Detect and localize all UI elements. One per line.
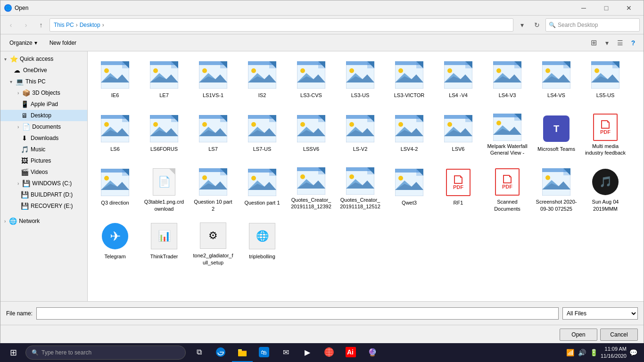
file-item[interactable]: Question part 1 — [239, 163, 286, 214]
file-name-input[interactable] — [36, 307, 559, 320]
file-item[interactable]: Question 10 part 2 — [190, 163, 237, 214]
file-item[interactable]: Q3 direction — [91, 163, 139, 214]
file-item[interactable]: Screenshot 2020-09-30 072525 — [533, 163, 580, 214]
tray-icon-network[interactable]: 📶 — [565, 348, 575, 357]
open-button[interactable]: Open — [560, 329, 597, 341]
sidebar-item-pictures[interactable]: 🖼 Pictures — [0, 155, 87, 166]
view-details-button[interactable]: ☰ — [613, 36, 627, 49]
search-box[interactable]: 🔍 Search Desktop — [545, 18, 640, 32]
view-large-icons-button[interactable]: ⊞ — [587, 36, 600, 49]
sidebar-item-buildpart-d[interactable]: 💾 BUILDPART (D:) — [0, 189, 87, 200]
path-segment-desktop[interactable]: Desktop — [80, 22, 100, 28]
cancel-button[interactable]: Cancel — [600, 329, 638, 341]
tray-icon-volume[interactable]: 🔊 — [577, 348, 587, 357]
system-clock[interactable]: 11:09 AM 11/16/2020 — [601, 346, 627, 360]
up-button[interactable]: ↑ — [34, 18, 48, 32]
file-item[interactable]: 🎵 Sun Aug 04 2019MMM — [582, 163, 629, 214]
sidebar-item-onedrive[interactable]: ☁ OneDrive — [0, 65, 87, 76]
taskbar-store[interactable]: 🛍 — [254, 343, 274, 362]
sidebar-item-documents[interactable]: › 📄 Documents — [0, 121, 87, 132]
forward-button[interactable]: › — [19, 18, 33, 32]
file-item[interactable]: LS3-US — [337, 55, 384, 107]
start-button[interactable]: ⊞ — [2, 343, 25, 362]
file-item[interactable]: Qwet3 — [386, 163, 433, 214]
sidebar-item-apple-ipad[interactable]: 📱 Apple iPad — [0, 99, 87, 110]
taskbar-mail[interactable]: ✉ — [275, 343, 296, 362]
path-segment-this-pc[interactable]: This PC — [54, 22, 74, 28]
maximize-button[interactable]: □ — [595, 0, 617, 16]
file-item[interactable]: LS4-VS — [533, 55, 580, 107]
file-item[interactable]: LS6FORUS — [140, 109, 188, 161]
dropdown-button[interactable]: ▾ — [515, 18, 528, 32]
file-item[interactable]: Melpark Waterfall General View - William… — [484, 109, 531, 161]
file-icon — [100, 167, 130, 197]
notification-icon[interactable]: 💬 — [628, 348, 638, 357]
file-item[interactable]: LS7 — [190, 109, 237, 161]
sidebar-item-quick-access[interactable]: ▾ ⭐ Quick access — [0, 53, 87, 65]
taskbar-apps: ⧉ 🛍 ✉ ▶ Ai 🔮 — [189, 343, 561, 362]
sidebar-item-recovery-e[interactable]: 💾 RECOVERY (E:) — [0, 200, 87, 212]
this-pc-icon: 💻 — [15, 78, 24, 85]
file-icon — [198, 60, 228, 90]
help-button[interactable]: ? — [627, 36, 640, 49]
close-button[interactable]: ✕ — [618, 0, 640, 16]
file-item[interactable]: Quotes_Creator_ 20191118_125126 — [337, 163, 384, 214]
file-item[interactable]: ⚙ tone2_gladiator_full_setup — [190, 216, 237, 268]
file-item[interactable]: LSSV6 — [288, 109, 335, 161]
file-item[interactable]: PDF RF1 — [435, 163, 482, 214]
address-path[interactable]: This PC › Desktop › — [50, 18, 513, 32]
file-item[interactable]: 🌐 triplebolling — [239, 216, 286, 268]
sidebar-item-3d-objects[interactable]: › 📦 3D Objects — [0, 87, 87, 99]
file-type-select[interactable]: All Files All Documents Text Files (*.tx… — [562, 307, 638, 320]
svg-point-30 — [300, 68, 305, 73]
file-item[interactable]: 📊 ThinkTrader — [140, 216, 188, 268]
file-item[interactable]: PDF Scanned Documents — [484, 163, 531, 214]
file-item[interactable]: LS4-V3 — [484, 55, 531, 107]
file-item[interactable]: LS6 — [91, 109, 139, 161]
file-name: Multi media industry feedback 2020 — [585, 143, 626, 158]
file-item[interactable]: IE6 — [91, 55, 139, 107]
file-item[interactable]: Quotes_Creator_ 20191118_123927 — [288, 163, 335, 214]
taskbar-edge[interactable] — [210, 343, 231, 362]
minimize-button[interactable]: ─ — [573, 0, 594, 16]
file-item[interactable]: LSV6 — [435, 109, 482, 161]
file-item[interactable]: T Microsoft Teams — [533, 109, 580, 161]
taskbar-app-unknown[interactable]: 🔮 — [362, 343, 383, 362]
organize-button[interactable]: Organize ▾ — [4, 36, 42, 49]
taskbar-adobe[interactable]: Ai — [340, 343, 361, 362]
file-item[interactable]: 📄 Q3table1.png.crdownload — [140, 163, 188, 214]
view-dropdown-button[interactable]: ▾ — [600, 36, 613, 49]
file-name: Screenshot 2020-09-30 072525 — [536, 198, 577, 212]
sidebar-item-desktop[interactable]: 🖥 Desktop — [0, 110, 87, 121]
taskbar-search-icon: 🔍 — [32, 349, 39, 356]
file-item[interactable]: LS7-US — [239, 109, 286, 161]
file-item[interactable]: LE7 — [140, 55, 188, 107]
file-item[interactable]: LS-V2 — [337, 109, 384, 161]
file-item[interactable]: LS1VS-1 — [190, 55, 237, 107]
taskbar-media[interactable]: ▶ — [297, 343, 318, 362]
taskbar-browser[interactable] — [319, 343, 339, 362]
new-folder-button[interactable]: New folder — [44, 36, 82, 49]
sidebar-item-videos[interactable]: 🎬 Videos — [0, 166, 87, 178]
taskbar-file-explorer[interactable] — [232, 343, 253, 362]
file-item[interactable]: ✈ Telegram — [91, 216, 139, 268]
window-controls: ─ □ ✕ — [573, 0, 640, 16]
sidebar-item-music[interactable]: 🎵 Music — [0, 144, 87, 155]
tray-icon-battery[interactable]: 🔋 — [589, 348, 599, 357]
apple-ipad-icon: 📱 — [20, 100, 29, 108]
taskbar-search[interactable]: 🔍 Type here to search — [25, 346, 186, 360]
file-item[interactable]: LS3-CVS — [288, 55, 335, 107]
file-item[interactable]: LS5-US — [582, 55, 629, 107]
refresh-button[interactable]: ↻ — [530, 18, 544, 32]
sidebar-item-network[interactable]: › 🌐 Network — [0, 215, 87, 227]
sidebar-item-downloads[interactable]: ⬇ Downloads — [0, 132, 87, 144]
file-item[interactable]: PDF Multi media industry feedback 2020 — [582, 109, 629, 161]
back-button[interactable]: ‹ — [4, 18, 17, 32]
file-item[interactable]: LS4 -V4 — [435, 55, 482, 107]
file-item[interactable]: LSV4-2 — [386, 109, 433, 161]
sidebar-item-windows-c[interactable]: › 💾 WINDOWS (C:) — [0, 178, 87, 189]
file-item[interactable]: IS2 — [239, 55, 286, 107]
file-item[interactable]: LS3-VICTOR — [386, 55, 433, 107]
taskbar-task-view[interactable]: ⧉ — [189, 343, 209, 362]
sidebar-item-this-pc[interactable]: ▾ 💻 This PC — [0, 76, 87, 87]
